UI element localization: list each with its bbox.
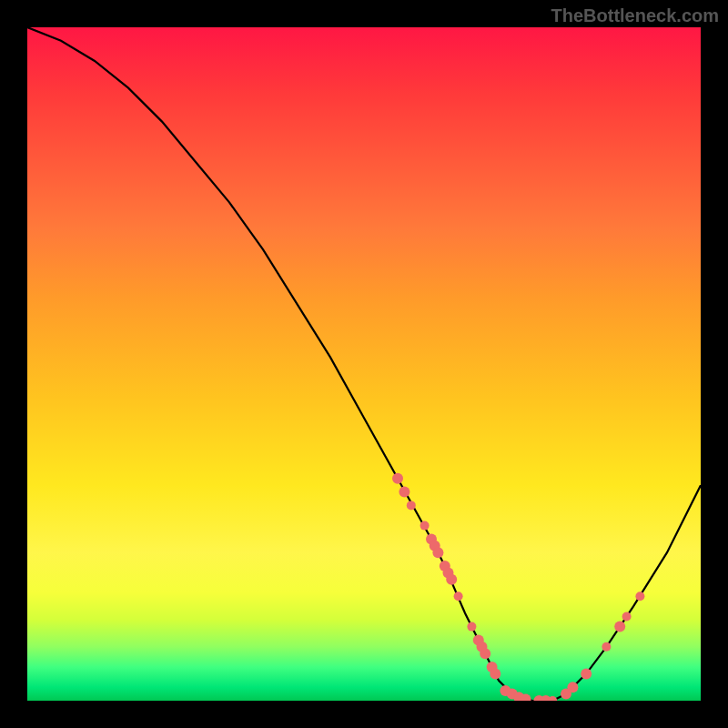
data-marker	[602, 642, 611, 652]
data-marker	[635, 592, 644, 601]
data-marker	[454, 592, 463, 601]
data-marker	[490, 668, 500, 679]
data-marker	[614, 622, 625, 632]
data-marker	[399, 487, 410, 498]
plot-area	[27, 27, 701, 701]
data-marker	[432, 547, 443, 558]
curve-svg	[27, 27, 701, 701]
data-marker	[567, 682, 578, 693]
data-marker	[407, 500, 416, 510]
chart-container: TheBottleneck.com	[0, 0, 728, 728]
data-markers	[392, 473, 644, 701]
data-marker	[446, 574, 457, 585]
data-marker	[480, 648, 490, 659]
data-marker	[622, 612, 632, 622]
data-marker	[420, 521, 430, 531]
bottleneck-curve	[27, 27, 701, 701]
data-marker	[392, 473, 403, 484]
data-marker	[467, 622, 476, 632]
watermark-text: TheBottleneck.com	[551, 5, 719, 26]
data-marker	[581, 668, 592, 679]
